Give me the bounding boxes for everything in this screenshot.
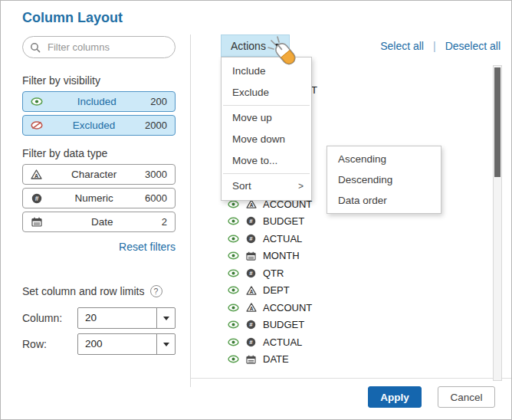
table-row[interactable]: # ACTUAL <box>228 333 312 351</box>
column-list: A ACCOUNT # BUDGET # ACTUAL MONTH # QTR … <box>228 195 312 368</box>
column-limit-value: 20 <box>85 308 97 328</box>
table-row[interactable]: # BUDGET <box>228 317 312 334</box>
cancel-button[interactable]: Cancel <box>438 386 495 408</box>
scrollbar-thumb[interactable] <box>494 67 501 177</box>
table-row[interactable]: # BUDGET <box>228 213 312 231</box>
table-row[interactable]: DATE <box>228 351 312 369</box>
column-layout-dialog: Column Layout Filter by visibility Inclu… <box>0 0 512 420</box>
reset-filters-link[interactable]: Reset filters <box>22 241 176 253</box>
numeric-type-icon: # <box>30 193 43 204</box>
row-limit-value: 200 <box>85 334 103 354</box>
menu-item-move-down[interactable]: Move down <box>222 129 311 150</box>
character-type-icon: A <box>245 199 257 208</box>
column-name: BUDGET <box>263 319 304 330</box>
menu-item-include[interactable]: Include <box>222 61 311 82</box>
svg-text:#: # <box>249 235 253 242</box>
included-eye-icon <box>228 338 240 346</box>
column-name: DEPT <box>263 284 290 296</box>
menu-item-label: Move down <box>232 129 285 150</box>
menu-item-label: Sort <box>232 176 251 197</box>
svg-text:#: # <box>249 218 253 225</box>
link-separator: | <box>433 40 436 52</box>
menu-item-move-to[interactable]: Move to... <box>222 150 311 172</box>
row-limit-label: Row: <box>22 338 47 350</box>
menu-item-label: Data order <box>338 190 387 211</box>
submenu-item-data-order[interactable]: Data order <box>327 190 441 211</box>
included-eye-icon <box>228 235 240 243</box>
menu-item-label: Move up <box>232 107 272 129</box>
scrollbar[interactable] <box>493 65 502 381</box>
menu-item-label: Exclude <box>232 82 269 103</box>
character-type-icon: A <box>245 303 257 312</box>
menu-divider <box>223 173 310 174</box>
column-limit-select[interactable]: 20 <box>77 307 176 329</box>
numeric-type-icon: # <box>245 216 257 226</box>
date-filter-button[interactable]: Date 2 <box>22 212 176 232</box>
svg-text:A: A <box>249 307 253 312</box>
table-row[interactable]: MONTH <box>228 248 312 265</box>
table-row[interactable]: # ACTUAL <box>228 230 312 248</box>
character-filter-button[interactable]: A Character 3000 <box>22 164 176 185</box>
svg-text:A: A <box>249 203 253 208</box>
date-type-icon <box>245 251 257 261</box>
date-filter-count: 2 <box>162 216 167 228</box>
panel-divider <box>190 34 191 387</box>
numeric-filter-button[interactable]: # Numeric 6000 <box>22 188 176 208</box>
svg-text:#: # <box>249 322 253 329</box>
numeric-type-icon: # <box>245 337 257 347</box>
actions-dropdown-button[interactable]: Actions <box>221 34 290 57</box>
included-eye-icon <box>228 200 240 208</box>
included-filter-button[interactable]: Included 200 <box>22 91 176 112</box>
help-icon[interactable]: ? <box>150 285 162 297</box>
filter-columns-input[interactable] <box>22 36 176 58</box>
filter-by-visibility-label: Filter by visibility <box>22 74 100 87</box>
svg-text:#: # <box>34 195 38 202</box>
character-filter-label: Character <box>43 169 145 180</box>
numeric-filter-count: 6000 <box>145 192 167 204</box>
column-name: ACCOUNT <box>263 302 312 313</box>
table-row[interactable]: A DEPT <box>228 282 312 300</box>
included-eye-icon <box>228 320 240 329</box>
actions-button-label: Actions <box>231 40 266 52</box>
included-filter-count: 200 <box>150 96 167 107</box>
menu-item-exclude[interactable]: Exclude <box>222 82 311 103</box>
search-icon <box>30 42 41 53</box>
character-type-icon: A <box>30 169 43 179</box>
menu-item-label: Ascending <box>338 149 386 169</box>
column-list-partial-item[interactable]: T <box>311 84 317 96</box>
menu-item-sort[interactable]: Sort > <box>222 176 311 197</box>
menu-item-label: Descending <box>338 169 392 190</box>
character-filter-count: 3000 <box>145 169 167 180</box>
date-filter-label: Date <box>43 216 162 228</box>
submenu-item-descending[interactable]: Descending <box>327 169 441 190</box>
column-limit-dropdown-arrow[interactable] <box>156 308 175 328</box>
included-eye-icon <box>228 286 240 294</box>
column-name: DATE <box>263 353 289 365</box>
table-row[interactable]: # QTR <box>228 264 312 282</box>
table-row[interactable]: A ACCOUNT <box>228 299 312 317</box>
column-name: MONTH <box>263 250 300 261</box>
column-name: QTR <box>263 267 284 279</box>
row-limit-dropdown-arrow[interactable] <box>156 334 175 354</box>
menu-item-move-up[interactable]: Move up <box>222 107 311 129</box>
limits-label-text: Set column and row limits <box>22 285 145 297</box>
row-limit-select[interactable]: 200 <box>77 333 176 355</box>
select-all-link[interactable]: Select all <box>380 40 424 52</box>
date-type-icon <box>30 217 43 227</box>
numeric-type-icon: # <box>245 320 257 330</box>
included-eye-icon <box>228 304 240 312</box>
deselect-all-link[interactable]: Deselect all <box>445 40 501 52</box>
submenu-item-ascending[interactable]: Ascending <box>327 149 441 169</box>
excluded-filter-button[interactable]: Excluded 2000 <box>22 115 176 136</box>
apply-button[interactable]: Apply <box>368 386 422 408</box>
footer-divider <box>191 378 512 379</box>
character-type-icon: A <box>245 286 257 295</box>
actions-menu: Include Exclude Move up Move down Move t… <box>221 57 312 201</box>
column-name: ACTUAL <box>263 233 302 244</box>
caret-down-icon <box>163 343 169 346</box>
caret-down-icon <box>274 44 281 48</box>
svg-text:A: A <box>249 289 253 294</box>
excluded-filter-label: Excluded <box>43 120 145 131</box>
menu-item-label: Move to... <box>232 150 277 172</box>
menu-divider <box>223 105 310 106</box>
